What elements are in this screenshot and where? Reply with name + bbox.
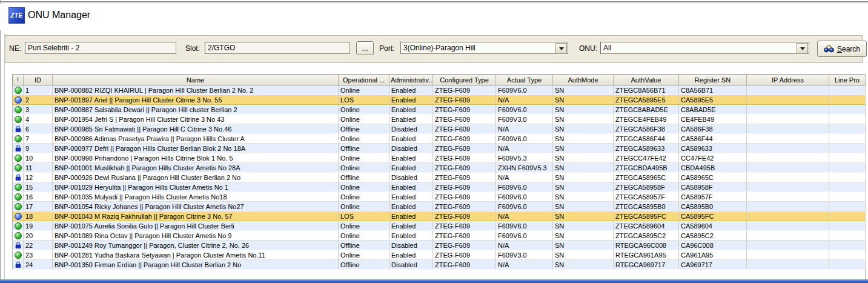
cell-line-profile [829,115,866,124]
cell-operational: Online [339,134,389,144]
cell-operational: Online [339,250,389,260]
cell-auth-value: ZTEGCA589633 [614,144,679,153]
cell-name: BNP-000926 Dewi Rusiana || Paragon Hill … [53,173,339,182]
cell-auth-value: ZTEGCA58957F [614,192,679,202]
table-row[interactable]: 11BNP-001001 Muslikhah || Paragon Hills … [13,163,866,173]
table-row[interactable]: 22BNP-001249 Roy Tumanggor || Paragon, C… [13,241,866,250]
cell-configured-type: ZTEG-F609 [433,173,496,182]
browse-button[interactable]: ... [356,41,374,55]
cell-administrative: Disabled [389,144,433,153]
cell-administrative: Enabled [389,85,433,95]
column-header-actual-type[interactable]: Actual Type [496,75,553,85]
cell-status [13,260,24,270]
cell-administrative: Enabled [389,202,433,211]
table-row[interactable]: 15BNP-001029 Heryulita || Paragon Hills … [13,182,866,192]
ne-field[interactable] [25,42,176,54]
cell-status [13,115,24,124]
column-header-administrativ[interactable]: Administrativ... [389,75,433,85]
cell-auth-mode: SN [553,163,614,173]
cell-operational: Offline [339,144,389,153]
column-header-configured-type[interactable]: Configured Type [433,75,496,85]
table-row[interactable]: 23BNP-001281 Yudha Baskara Setyawan | Pa… [13,250,866,260]
cell-auth-value: ZTEGCBDA495B [614,163,679,173]
cell-configured-type: ZTEG-F609 [433,105,496,115]
cell-id: 12 [24,173,53,182]
table-row[interactable]: 20BNP-001089 Rina Octav || Paragon Hill … [13,231,866,241]
cell-operational: Online [339,115,389,124]
cell-auth-value: ZTEGC8ABAD5E [614,105,679,115]
cell-ip-address [747,260,829,270]
onu-select[interactable]: All [600,42,809,54]
cell-configured-type: ZTEG-F609 [433,153,496,163]
column-header-line-pro[interactable]: Line Pro [829,75,866,85]
table-row[interactable]: 18BNP-001043 M Raziq Fakhrullah || Parag… [13,211,866,221]
table-row[interactable]: 10BNP-000998 Prihandono | Paragon Hills … [13,153,866,163]
blue-sphere-icon [15,213,22,220]
chevron-down-icon[interactable] [555,43,567,54]
cell-name: BNP-001075 Aurelia Sonilia Gulo || Parag… [53,221,339,231]
column-header-register-sn[interactable]: Register SN [679,75,747,85]
cell-ip-address [747,231,829,241]
cell-actual-type: F609V3.0 [496,250,553,260]
column-header-authmode[interactable]: AuthMode [553,75,614,85]
cell-line-profile [829,105,866,115]
table-row[interactable]: 16BNP-001035 Mulyadi || Paragon Hills Cl… [13,192,866,202]
cell-register-sn: CA5895FC [679,211,747,221]
search-button-label: Search [837,45,860,53]
cell-configured-type: ZTEG-F609 [433,163,496,173]
table-row[interactable]: 24BNP-001350 Firman Erdian || Paragon Hi… [13,260,866,270]
port-select[interactable]: 3(Online)-Paragon Hill [400,42,568,54]
lock-icon [15,174,22,181]
cell-id: 18 [24,211,53,221]
green-sphere-icon [15,135,22,142]
chevron-down-icon[interactable] [797,43,808,54]
lock-icon [15,125,22,133]
cell-administrative: Disabled [389,260,433,270]
cell-operational: Online [339,182,389,192]
column-header-![interactable]: ! [13,75,24,85]
cell-status [13,182,24,192]
cell-auth-value: ZTEGCA58965C [614,173,679,182]
cell-actual-type: F609V6.0 [496,221,553,231]
cell-register-sn: CC47FE42 [679,153,747,163]
column-header-id[interactable]: ID [24,75,53,85]
column-header-authvalue[interactable]: AuthValue [614,75,679,85]
cell-administrative: Disabled [389,124,433,134]
table-row[interactable]: 6BNP-000985 Sri Fatmawati || Paragon Hil… [13,124,866,134]
cell-actual-type: N/A [496,173,553,182]
cell-actual-type: F609V6.0 [496,85,553,95]
cell-line-profile [829,192,866,202]
cell-status [13,105,24,115]
column-header-operational[interactable]: Operational ... [339,75,389,85]
cell-configured-type: ZTEG-F609 [433,95,496,105]
cell-name: BNP-001350 Firman Erdian || Paragon Hill… [53,260,339,270]
column-header-name[interactable]: Name [53,75,339,85]
table-row[interactable]: 4BNP-001954 Jefri S | Paragon Hill Clust… [13,115,866,124]
cell-configured-type: ZTEG-F609 [433,85,496,95]
cell-line-profile [829,85,866,95]
cell-operational: Online [339,192,389,202]
cell-status [13,144,24,153]
cell-auth-mode: SN [553,182,614,192]
cell-id: 3 [24,105,53,115]
table-row[interactable]: 19BNP-001075 Aurelia Sonilia Gulo || Par… [13,221,866,231]
table-row[interactable]: 9BNP-000977 Defri || Paragon Hills Clust… [13,144,866,153]
table-row[interactable]: 2BNP-001897 Ariel || Paragon Hill Cluste… [13,95,866,105]
table-row[interactable]: 7BNP-000986 Adimas Prasetya Prawira || P… [13,134,866,144]
cell-line-profile [829,221,866,231]
table-row[interactable]: 1BNP-000882 RIZQI KHAIRUL | Paragon Hill… [13,85,866,95]
slot-field[interactable] [205,42,350,54]
cell-ip-address [747,105,829,115]
cell-status [13,124,24,134]
cell-operational: LOS [339,95,389,105]
cell-register-sn: CA586F38 [679,124,747,134]
table-row[interactable]: 12BNP-000926 Dewi Rusiana || Paragon Hil… [13,173,866,182]
cell-actual-type: F609V3.0 [496,115,553,124]
cell-auth-mode: SN [553,124,614,134]
column-header-ip-address[interactable]: IP Address [747,75,829,85]
table-row[interactable]: 17BNP-001054 Ricky Johanes || Paragon Hi… [13,202,866,211]
search-button[interactable]: Search [817,41,867,57]
cell-operational: Online [339,231,389,241]
table-row[interactable]: 3BNP-000887 Salsabila Dewari || Paragon … [13,105,866,115]
cell-ip-address [747,241,829,250]
